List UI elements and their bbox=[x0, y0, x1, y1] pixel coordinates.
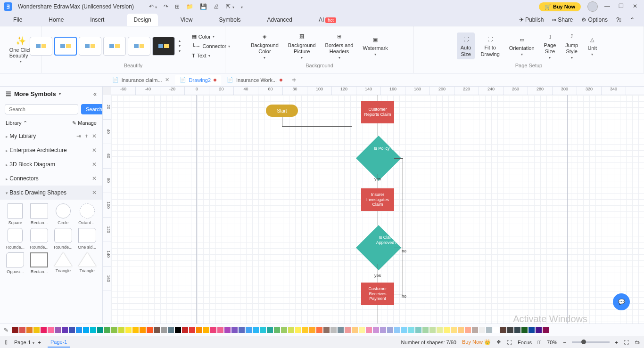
color-swatch[interactable] bbox=[345, 327, 351, 333]
theme-down-icon[interactable]: ▾ bbox=[179, 44, 181, 48]
color-swatch[interactable] bbox=[19, 327, 25, 333]
color-swatch[interactable] bbox=[140, 327, 146, 333]
color-swatch[interactable] bbox=[12, 327, 18, 333]
options-button[interactable]: ⚙ Options bbox=[581, 16, 608, 23]
page-selector[interactable]: Page-1 ▾ bbox=[14, 340, 34, 345]
color-swatch[interactable] bbox=[147, 327, 153, 333]
color-swatch[interactable] bbox=[83, 327, 89, 333]
color-swatch[interactable] bbox=[69, 327, 75, 333]
fc-customer-receives[interactable]: Customer Receives Payment bbox=[361, 283, 394, 305]
color-swatch[interactable] bbox=[493, 327, 499, 333]
color-swatch[interactable] bbox=[41, 327, 47, 333]
color-swatch[interactable] bbox=[281, 327, 287, 333]
search-button[interactable]: Search bbox=[81, 104, 103, 114]
symbols-header[interactable]: ☰ More Symbols ▾ « bbox=[0, 87, 102, 101]
connector[interactable] bbox=[378, 305, 378, 324]
connector[interactable] bbox=[378, 95, 378, 101]
import-icon[interactable]: ⇥ bbox=[76, 133, 81, 139]
menu-file[interactable]: File bbox=[9, 16, 26, 23]
color-swatch[interactable] bbox=[168, 327, 174, 333]
add-icon[interactable]: + bbox=[85, 133, 88, 139]
redo-icon[interactable]: ↷ bbox=[164, 3, 168, 10]
user-avatar[interactable] bbox=[587, 1, 598, 12]
page-size-button[interactable]: ▯Page Size▾ bbox=[540, 30, 560, 62]
color-swatch[interactable] bbox=[323, 327, 330, 333]
color-swatch[interactable] bbox=[387, 327, 393, 333]
color-swatch[interactable] bbox=[111, 327, 117, 333]
color-swatch[interactable] bbox=[528, 327, 535, 333]
theme-6[interactable] bbox=[152, 37, 175, 56]
buy-now-link[interactable]: Buy Now 👑 bbox=[462, 339, 491, 345]
add-page-button[interactable]: + bbox=[38, 340, 41, 345]
color-swatch[interactable] bbox=[182, 327, 188, 333]
export-icon[interactable]: ⇱ ▾ bbox=[226, 3, 234, 10]
color-swatch[interactable] bbox=[203, 327, 209, 333]
color-swatch[interactable] bbox=[267, 327, 273, 333]
color-swatch[interactable] bbox=[500, 327, 506, 333]
chat-bubble-button[interactable]: 💬 bbox=[613, 293, 630, 310]
color-swatch[interactable] bbox=[316, 327, 322, 333]
shape-octant[interactable]: Octant ... bbox=[76, 203, 98, 225]
color-swatch[interactable] bbox=[260, 327, 266, 333]
shape-rounded1[interactable]: Rounde... bbox=[5, 228, 26, 250]
doc-tab-1[interactable]: 📄 insurance claim... ✕ bbox=[107, 75, 174, 85]
collapse-sidebar-icon[interactable]: « bbox=[93, 90, 97, 97]
color-swatch[interactable] bbox=[338, 327, 344, 333]
color-swatch[interactable] bbox=[132, 327, 139, 333]
borders-headers-button[interactable]: ⊞Borders and Headers▾ bbox=[322, 30, 357, 62]
color-swatch[interactable] bbox=[104, 327, 110, 333]
shape-opposite[interactable]: Opposi... bbox=[5, 252, 26, 274]
sidebar-cat-enterprise[interactable]: ▸ Enterprise Architecture✕ bbox=[0, 143, 102, 157]
watermark-button[interactable]: ▣Watermark▾ bbox=[359, 33, 392, 59]
connector[interactable] bbox=[394, 158, 403, 159]
color-swatch[interactable] bbox=[359, 327, 365, 333]
color-swatch[interactable] bbox=[472, 327, 478, 333]
canvas[interactable]: Start Customer Reports Claim Is Policy V… bbox=[111, 95, 644, 324]
fullscreen-icon[interactable]: ⛶ bbox=[507, 340, 512, 345]
color-swatch[interactable] bbox=[437, 327, 443, 333]
color-swatch[interactable] bbox=[55, 327, 61, 333]
menu-symbols[interactable]: Symbols bbox=[215, 16, 245, 23]
minimize-icon[interactable]: — bbox=[604, 3, 612, 10]
zoom-out-button[interactable]: − bbox=[563, 340, 566, 345]
shape-rounded3[interactable]: Rounde... bbox=[53, 228, 74, 250]
shape-rectangle[interactable]: Rectan... bbox=[29, 203, 50, 225]
layers-icon[interactable]: ❖ bbox=[496, 339, 501, 345]
color-swatch[interactable] bbox=[48, 327, 54, 333]
theme-2[interactable] bbox=[54, 37, 77, 56]
share-button[interactable]: ∞ Share bbox=[552, 16, 573, 23]
color-swatch[interactable] bbox=[97, 327, 103, 333]
color-swatch[interactable] bbox=[239, 327, 245, 333]
eyedropper-icon[interactable]: ✎ bbox=[4, 327, 8, 333]
auto-size-button[interactable]: ⛶Auto Size bbox=[457, 32, 475, 59]
connector[interactable] bbox=[282, 117, 282, 126]
color-swatch[interactable] bbox=[536, 327, 542, 333]
page-tab[interactable]: Page-1 bbox=[48, 337, 70, 348]
background-color-button[interactable]: ◈Background Color▾ bbox=[247, 30, 282, 62]
color-swatch[interactable] bbox=[330, 327, 337, 333]
color-swatch[interactable] bbox=[451, 327, 457, 333]
color-swatch[interactable] bbox=[196, 327, 202, 333]
sidebar-cat-3d[interactable]: ▸ 3D Block Diagram✕ bbox=[0, 157, 102, 171]
color-swatch[interactable] bbox=[175, 327, 181, 333]
color-swatch[interactable] bbox=[401, 327, 407, 333]
color-swatch[interactable] bbox=[253, 327, 259, 333]
theme-4[interactable] bbox=[103, 37, 126, 56]
color-swatch[interactable] bbox=[366, 327, 372, 333]
color-swatch[interactable] bbox=[274, 327, 280, 333]
connector[interactable] bbox=[394, 248, 403, 248]
theme-3[interactable] bbox=[79, 37, 101, 56]
print-icon[interactable]: 🖨 bbox=[214, 3, 219, 10]
color-swatch[interactable] bbox=[521, 327, 528, 333]
presentation-icon[interactable]: ▶⃝ bbox=[537, 340, 541, 345]
color-swatch[interactable] bbox=[373, 327, 379, 333]
color-swatch[interactable] bbox=[295, 327, 301, 333]
color-swatch[interactable] bbox=[189, 327, 195, 333]
shape-triangle1[interactable]: Triangle bbox=[53, 252, 74, 274]
new-tab-button[interactable]: + bbox=[288, 76, 300, 84]
save-icon[interactable]: 💾 bbox=[200, 3, 207, 10]
color-swatch[interactable] bbox=[76, 327, 82, 333]
menu-view[interactable]: View bbox=[177, 16, 197, 23]
color-swatch[interactable] bbox=[125, 327, 132, 333]
shape-circle[interactable]: Circle bbox=[53, 203, 74, 225]
